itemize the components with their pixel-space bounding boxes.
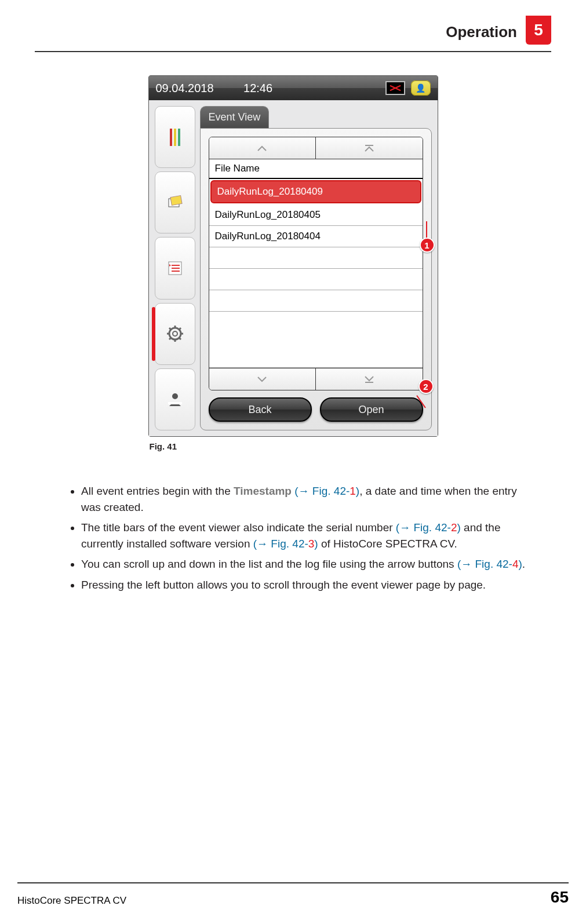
svg-rect-21 bbox=[168, 402, 182, 404]
svg-rect-2 bbox=[178, 129, 180, 146]
scroll-down-icon[interactable] bbox=[209, 368, 316, 390]
page-number: 65 bbox=[551, 888, 569, 907]
fig-ref: (→ Fig. 42-3) bbox=[253, 538, 318, 550]
callout-2: 2 bbox=[418, 379, 434, 394]
file-row-empty: . bbox=[209, 290, 423, 312]
bullet-item: You can scroll up and down in the list a… bbox=[81, 556, 528, 572]
figure-caption: Fig. 41 bbox=[150, 441, 439, 451]
panel-title: Event View bbox=[200, 106, 270, 128]
fig-ref: (→ Fig. 42-4) bbox=[457, 558, 522, 570]
chapter-badge: 5 bbox=[526, 16, 551, 45]
bullet-item: All event entries begin with the Timesta… bbox=[81, 483, 528, 515]
scroll-top-icon[interactable] bbox=[315, 137, 423, 159]
svg-rect-0 bbox=[170, 129, 172, 146]
file-list: File Name DailyRunLog_20180409 DailyRunL… bbox=[209, 137, 423, 390]
device-screenshot: 09.04.2018 12:46 👤 bbox=[148, 75, 438, 437]
left-nav bbox=[155, 106, 195, 430]
user-icon: 👤 bbox=[411, 81, 431, 96]
file-row-selected[interactable]: DailyRunLog_20180409 bbox=[210, 180, 421, 203]
callout-line bbox=[426, 221, 427, 239]
nav-user-icon[interactable] bbox=[155, 368, 195, 430]
svg-line-18 bbox=[169, 338, 171, 339]
nav-list-icon[interactable] bbox=[155, 237, 195, 299]
figure-area: 09.04.2018 12:46 👤 bbox=[35, 75, 551, 437]
fig-ref: (→ Fig. 42-2) bbox=[396, 521, 461, 534]
nav-slides-icon[interactable] bbox=[155, 171, 195, 233]
timestamp-label: Timestamp bbox=[234, 485, 292, 497]
svg-line-16 bbox=[169, 328, 171, 330]
scroll-up-icon[interactable] bbox=[209, 137, 316, 159]
file-row-empty: . bbox=[209, 269, 423, 290]
bullet-item: The title bars of the event viewer also … bbox=[81, 520, 528, 552]
bullet-item: Pressing the left button allows you to s… bbox=[81, 577, 528, 593]
fig-ref: (→ Fig. 42-1) bbox=[292, 485, 359, 497]
back-button[interactable]: Back bbox=[209, 397, 312, 422]
svg-rect-4 bbox=[170, 195, 181, 205]
status-date: 09.04.2018 bbox=[156, 82, 214, 95]
event-view-panel: File Name DailyRunLog_20180409 DailyRunL… bbox=[200, 128, 432, 430]
svg-point-20 bbox=[172, 393, 178, 399]
scroll-bottom-icon[interactable] bbox=[315, 368, 423, 390]
column-header: File Name bbox=[209, 159, 423, 179]
file-row-empty: . bbox=[209, 247, 423, 269]
bullet-list: All event entries begin with the Timesta… bbox=[58, 483, 528, 593]
svg-rect-1 bbox=[174, 129, 176, 146]
svg-line-19 bbox=[179, 328, 181, 330]
device-status-bar: 09.04.2018 12:46 👤 bbox=[149, 76, 438, 100]
callout-1: 1 bbox=[420, 238, 435, 253]
section-title: Operation bbox=[446, 23, 517, 41]
nav-settings-icon[interactable] bbox=[155, 303, 195, 365]
file-row-empty: . bbox=[209, 312, 423, 368]
product-name: HistoCore SPECTRA CV bbox=[17, 895, 126, 907]
open-button[interactable]: Open bbox=[320, 397, 423, 422]
page-header: Operation 5 bbox=[35, 17, 551, 52]
svg-point-11 bbox=[173, 331, 177, 336]
status-time: 12:46 bbox=[220, 82, 297, 95]
svg-line-17 bbox=[179, 338, 181, 339]
alarm-icon bbox=[385, 81, 405, 95]
file-row[interactable]: DailyRunLog_20180405 bbox=[209, 204, 423, 226]
nav-consumables-icon[interactable] bbox=[155, 106, 195, 168]
file-row[interactable]: DailyRunLog_20180404 bbox=[209, 226, 423, 247]
page-footer: HistoCore SPECTRA CV 65 bbox=[17, 882, 569, 907]
